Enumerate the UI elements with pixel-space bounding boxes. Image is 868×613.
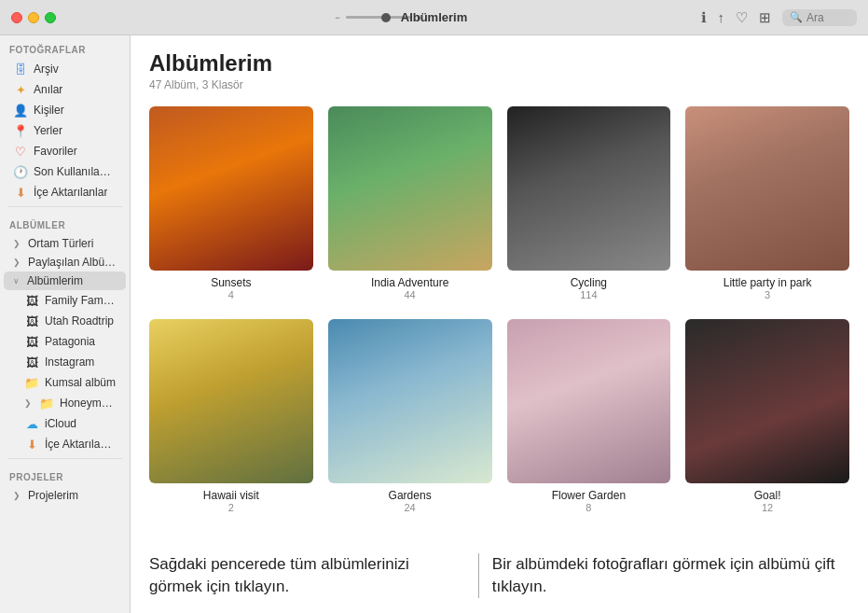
annotation-vertical-divider <box>478 553 479 598</box>
favorites-icon: ♡ <box>13 144 28 159</box>
instagram-icon: 🖼 <box>24 355 39 369</box>
sidebar-item-projects[interactable]: ❯ Projelerim <box>4 486 126 505</box>
titlebar: － ＋ Albümlerim ℹ ↑ ♡ ⊞ 🔍 <box>0 0 868 35</box>
shared-albums-chevron: ❯ <box>13 258 21 267</box>
album-item-party[interactable]: Little party in park3 <box>685 106 849 300</box>
close-button[interactable] <box>11 12 22 23</box>
sidebar-item-my-albums[interactable]: ∨ Albümlerim <box>4 272 126 290</box>
album-thumb-gardens <box>328 319 492 483</box>
maximize-button[interactable] <box>45 12 56 23</box>
sidebar-item-places[interactable]: 📍 Yerler <box>4 120 126 141</box>
sidebar-item-nature-types[interactable]: ❯ Ortam Türleri <box>4 234 126 253</box>
window-title: Albümlerim <box>401 10 468 24</box>
sidebar-item-patagonia-label: Patagonia <box>45 335 95 348</box>
album-name-gardens: Gardens <box>389 489 432 502</box>
sidebar-divider-1 <box>7 206 122 207</box>
album-thumb-cycling <box>507 106 671 271</box>
traffic-lights <box>11 12 56 23</box>
album-thumb-flower <box>507 319 671 483</box>
album-item-goal[interactable]: Goal!12 <box>685 319 849 513</box>
album-item-hawaii[interactable]: Hawaii visit2 <box>149 319 313 513</box>
sidebar-item-my-albums-label: Albümlerim <box>27 274 83 287</box>
album-count-india: 44 <box>405 289 416 300</box>
patagonia-icon: 🖼 <box>24 334 39 349</box>
album-thumb-india <box>328 106 492 271</box>
album-item-flower[interactable]: Flower Garden8 <box>507 319 671 513</box>
sidebar-item-instagram[interactable]: 🖼 Instagram <box>4 352 126 372</box>
albums-grid: Sunsets4India Adventure44Cycling114Littl… <box>149 106 849 513</box>
add-to-album-icon[interactable]: ⊞ <box>759 9 771 26</box>
sidebar-item-shared-albums[interactable]: ❯ Paylaşılan Albümler <box>4 253 126 272</box>
album-count-cycling: 114 <box>580 289 597 300</box>
sidebar: Fotoğraflar 🗄 Arşiv ✦ Anılar 👤 Kişiler 📍… <box>0 35 131 613</box>
album-item-india[interactable]: India Adventure44 <box>328 106 492 300</box>
album-name-hawaii: Hawaii visit <box>203 489 259 502</box>
zoom-slider-thumb[interactable] <box>381 13 391 22</box>
album-name-india: India Adventure <box>371 276 448 289</box>
family-family-icon: 🖼 <box>24 293 39 308</box>
album-thumb-party <box>685 106 849 271</box>
album-count-flower: 8 <box>586 502 591 513</box>
search-box[interactable]: 🔍 <box>782 9 857 26</box>
my-albums-chevron: ∨ <box>13 276 20 286</box>
album-count-hawaii: 2 <box>228 502 234 513</box>
icloud-icon: ☁ <box>24 416 39 431</box>
search-input[interactable] <box>806 11 853 24</box>
sidebar-item-projects-label: Projelerim <box>28 489 78 502</box>
album-count-gardens: 24 <box>405 502 416 513</box>
album-name-flower: Flower Garden <box>552 489 626 502</box>
album-name-cycling: Cycling <box>571 276 607 289</box>
album-thumb-hawaii <box>149 319 313 483</box>
sidebar-item-beach[interactable]: 📁 Kumsal albüm <box>4 372 126 393</box>
sidebar-item-icloud[interactable]: ☁ iCloud <box>4 413 126 434</box>
sidebar-item-recent[interactable]: 🕐 Son Kullanılanlar <box>4 161 126 182</box>
sidebar-item-instagram-label: Instagram <box>45 355 94 369</box>
minimize-button[interactable] <box>28 12 39 23</box>
album-item-gardens[interactable]: Gardens24 <box>328 319 492 513</box>
recent-icon: 🕐 <box>13 164 28 179</box>
sidebar-item-family-family-label: Family Family… <box>45 294 117 307</box>
sidebar-item-shared-albums-label: Paylaşılan Albümler <box>28 256 117 269</box>
window-title-text: Albümlerim <box>401 10 468 24</box>
share-icon[interactable]: ↑ <box>718 9 725 25</box>
sidebar-item-favorites[interactable]: ♡ Favoriler <box>4 141 126 161</box>
sidebar-item-honeymoon-label: Honeymoon <box>60 397 117 410</box>
utah-icon: 🖼 <box>24 313 39 328</box>
annotation-area: Sağdaki pencerede tüm albümlerinizi görm… <box>131 542 868 613</box>
projects-chevron: ❯ <box>13 491 21 500</box>
zoom-minus-icon: － <box>333 11 342 24</box>
sidebar-item-people[interactable]: 👤 Kişiler <box>4 100 126 120</box>
heart-icon[interactable]: ♡ <box>736 9 748 26</box>
album-item-cycling[interactable]: Cycling114 <box>507 106 671 300</box>
sidebar-item-memories-label: Anılar <box>34 83 62 96</box>
sidebar-item-archive[interactable]: 🗄 Arşiv <box>4 59 126 79</box>
sidebar-item-patagonia[interactable]: 🖼 Patagonia <box>4 331 126 352</box>
sidebar-item-utah-label: Utah Roadtrip <box>45 314 114 327</box>
album-item-sunsets[interactable]: Sunsets4 <box>149 106 313 300</box>
info-icon[interactable]: ℹ <box>701 9 707 26</box>
sidebar-item-favorites-label: Favoriler <box>34 145 77 158</box>
content-area: Albümlerim 47 Albüm, 3 Klasör Sunsets4In… <box>131 35 868 613</box>
beach-icon: 📁 <box>24 375 39 390</box>
sidebar-item-utah[interactable]: 🖼 Utah Roadtrip <box>4 311 126 331</box>
sidebar-item-recent-label: Son Kullanılanlar <box>34 165 117 178</box>
sidebar-item-beach-label: Kumsal albüm <box>45 376 116 389</box>
sidebar-item-places-label: Yerler <box>34 124 62 137</box>
sidebar-item-nature-types-label: Ortam Türleri <box>28 237 93 250</box>
album-name-party: Little party in park <box>723 276 812 289</box>
memories-icon: ✦ <box>13 82 28 97</box>
sidebar-divider-2 <box>7 458 122 459</box>
sidebar-item-family-family[interactable]: 🖼 Family Family… <box>4 290 126 311</box>
sidebar-item-import[interactable]: ⬇ İçe Aktarılanlar <box>4 182 126 202</box>
sidebar-item-imported[interactable]: ⬇ İçe Aktarılanlar <box>4 434 126 454</box>
import-icon: ⬇ <box>13 185 28 200</box>
sidebar-item-honeymoon[interactable]: ❯ 📁 Honeymoon <box>4 393 126 413</box>
imported-icon: ⬇ <box>24 437 39 452</box>
album-thumb-goal <box>685 319 849 483</box>
page-title: Albümlerim <box>149 50 849 77</box>
titlebar-actions: ℹ ↑ ♡ ⊞ 🔍 <box>701 9 858 26</box>
main-area: Fotoğraflar 🗄 Arşiv ✦ Anılar 👤 Kişiler 📍… <box>0 35 868 613</box>
sidebar-item-memories[interactable]: ✦ Anılar <box>4 79 126 100</box>
sidebar-item-import-label: İçe Aktarılanlar <box>34 186 107 199</box>
album-thumb-sunsets <box>149 106 313 271</box>
